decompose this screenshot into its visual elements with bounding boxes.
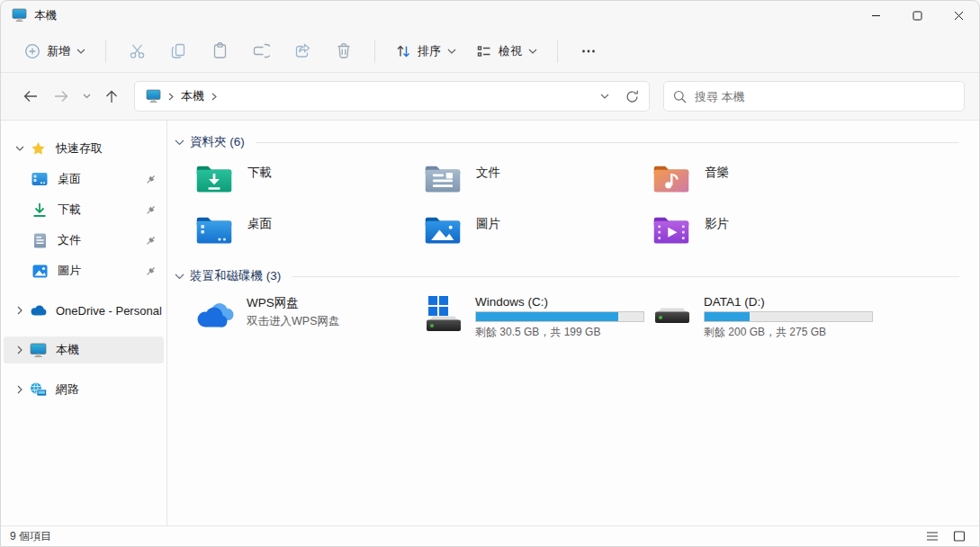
chevron-down-icon: [600, 94, 609, 99]
sidebar-item-onedrive[interactable]: OneDrive - Personal: [4, 297, 164, 324]
share-button[interactable]: [283, 35, 322, 67]
folders-grid: 下載 文件: [189, 158, 959, 255]
folder-label: 桌面: [247, 211, 272, 232]
devices-group-header[interactable]: 裝置和磁碟機 (3): [175, 267, 959, 285]
sidebar-item-label: 圖片: [58, 263, 139, 279]
sidebar-item-label: 網路: [56, 381, 164, 398]
folder-item-desktop[interactable]: 桌面: [189, 210, 418, 255]
items-view: 資料夾 (6) 下載: [167, 121, 979, 525]
large-icons-view-button[interactable]: [949, 528, 970, 545]
devices-group-title: 裝置和磁碟機 (3): [190, 268, 281, 284]
chevron-right-icon[interactable]: [11, 306, 29, 315]
pin-icon: [139, 174, 162, 185]
system-drive-icon: [423, 294, 464, 336]
chevron-down-icon[interactable]: [175, 139, 184, 146]
search-box[interactable]: [663, 81, 965, 112]
network-icon: [29, 381, 47, 399]
back-button[interactable]: [15, 81, 46, 112]
sidebar-item-quick-access[interactable]: 快速存取: [4, 135, 164, 162]
device-item-wps-cloud[interactable]: WPS网盘 双击进入WPS网盘: [189, 292, 418, 345]
minimize-button[interactable]: [855, 1, 896, 30]
search-input[interactable]: [695, 90, 955, 103]
chevron-right-icon[interactable]: [11, 385, 29, 394]
desktop-icon: [31, 170, 49, 188]
sidebar-item-network[interactable]: 網路: [4, 376, 164, 403]
view-button-label: 檢視: [499, 43, 522, 59]
pictures-folder-icon: [423, 211, 463, 247]
chevron-down-icon: [528, 49, 537, 54]
chevron-down-icon[interactable]: [175, 274, 184, 280]
plus-circle-icon: [24, 43, 40, 59]
wps-cloud-icon: [194, 294, 236, 336]
device-item-drive-d[interactable]: DATA1 (D:) 剩餘 200 GB，共 275 GB: [646, 292, 875, 345]
paste-button[interactable]: [200, 35, 239, 67]
up-button[interactable]: [96, 81, 127, 112]
chevron-right-icon[interactable]: [11, 345, 29, 354]
cut-button[interactable]: [117, 35, 157, 67]
rename-button[interactable]: [241, 35, 281, 67]
sidebar-item-documents[interactable]: 文件: [4, 227, 164, 254]
folder-label: 音樂: [705, 160, 729, 181]
sidebar-item-label: 文件: [58, 232, 139, 248]
breadcrumb[interactable]: 本機: [134, 81, 650, 112]
more-options-button[interactable]: [569, 35, 608, 67]
documents-folder-icon: [423, 160, 463, 196]
group-rule: [256, 142, 959, 143]
group-rule: [292, 276, 959, 277]
refresh-button[interactable]: [618, 84, 645, 109]
share-icon: [294, 42, 311, 59]
chevron-down-icon: [76, 49, 85, 54]
sort-button[interactable]: 排序: [386, 37, 465, 66]
disk-usage-fill: [476, 312, 618, 321]
folder-item-downloads[interactable]: 下載: [189, 158, 418, 203]
title-bar: 本機: [1, 1, 979, 30]
disk-usage-text: 剩餘 200 GB，共 275 GB: [704, 325, 873, 340]
maximize-icon: [913, 11, 922, 21]
forward-icon: [54, 90, 68, 103]
refresh-icon: [625, 90, 639, 103]
folders-group-title: 資料夾 (6): [190, 134, 245, 150]
breadcrumb-chevron-icon[interactable]: [206, 93, 222, 101]
sidebar-item-downloads[interactable]: 下載: [4, 196, 164, 223]
folder-item-documents[interactable]: 文件: [418, 158, 646, 203]
item-count: 9 個項目: [10, 529, 922, 544]
sidebar-item-label: 本機: [56, 342, 164, 358]
download-icon: [31, 201, 49, 219]
close-button[interactable]: [938, 1, 979, 30]
new-button[interactable]: 新增: [15, 37, 94, 66]
delete-button[interactable]: [324, 35, 364, 67]
address-dropdown-button[interactable]: [591, 84, 618, 109]
star-icon: [29, 139, 47, 157]
folder-item-music[interactable]: 音樂: [646, 158, 875, 203]
folders-group-header[interactable]: 資料夾 (6): [175, 133, 959, 151]
sidebar-item-pictures[interactable]: 圖片: [4, 257, 164, 284]
device-name: Windows (C:): [475, 295, 644, 309]
folder-item-pictures[interactable]: 圖片: [418, 210, 646, 255]
details-view-icon: [926, 531, 939, 542]
downloads-folder-icon: [194, 160, 234, 196]
toolbar-separator: [105, 40, 106, 63]
forward-button[interactable]: [46, 81, 76, 112]
pictures-icon: [31, 262, 49, 280]
maximize-button[interactable]: [896, 1, 938, 30]
up-icon: [105, 90, 118, 103]
sidebar-item-label: 快速存取: [56, 140, 164, 157]
new-button-label: 新增: [47, 43, 70, 59]
toolbar-separator: [374, 40, 375, 63]
details-view-button[interactable]: [922, 528, 943, 545]
pin-icon: [139, 204, 162, 216]
chevron-down-icon[interactable]: [11, 146, 29, 151]
sidebar-item-this-pc[interactable]: 本機: [4, 336, 164, 363]
sidebar-item-label: 下載: [58, 202, 139, 218]
breadcrumb-chevron-icon[interactable]: [163, 93, 179, 101]
breadcrumb-segment-this-pc[interactable]: 本機: [179, 88, 206, 104]
this-pc-icon: [144, 89, 163, 103]
folder-item-videos[interactable]: 影片: [646, 210, 875, 255]
view-button[interactable]: 檢視: [467, 37, 546, 66]
sidebar-item-desktop[interactable]: 桌面: [4, 166, 164, 193]
recent-locations-button[interactable]: [76, 81, 96, 112]
disk-usage-fill: [705, 312, 750, 321]
copy-button[interactable]: [158, 35, 198, 67]
device-item-drive-c[interactable]: Windows (C:) 剩餘 30.5 GB，共 199 GB: [418, 292, 646, 345]
document-icon: [31, 231, 49, 249]
